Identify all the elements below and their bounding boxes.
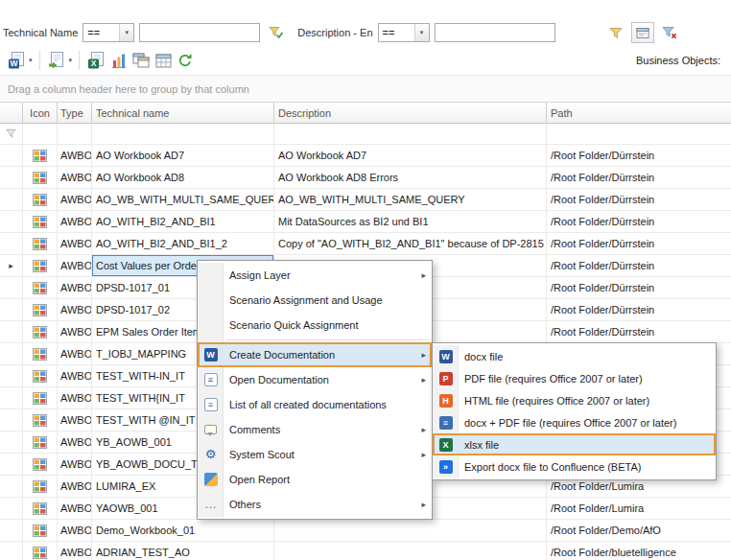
- technical-name-cell[interactable]: AO_WB_WITH_MULTI_SAME_QUERY: [92, 189, 274, 211]
- technical-name-cell[interactable]: AO Workbook AD7: [92, 145, 274, 167]
- menu-item-pdf-file-requires-office-2007-or-later[interactable]: PPDF file (requires Office 2007 or later…: [433, 367, 716, 389]
- open-documentation-button[interactable]: [45, 49, 69, 72]
- column-header-path[interactable]: Path: [547, 103, 731, 124]
- menu-item-system-scout[interactable]: ⚙System Scout▸: [198, 442, 432, 467]
- path-cell: /Root Folder/Lumira: [547, 498, 731, 520]
- table-view-icon: [155, 54, 172, 68]
- menu-item-docx-file[interactable]: Wdocx file: [433, 345, 716, 367]
- submenu-arrow-icon: ▸: [416, 375, 426, 385]
- filter-editor-icon: [636, 27, 649, 39]
- menu-item-label: xlsx file: [464, 439, 700, 451]
- menu-item-assign-layer[interactable]: Assign Layer▸: [198, 263, 432, 288]
- menu-item-scenario-quick-assignment[interactable]: Scenario Quick Assignment: [198, 313, 432, 338]
- export-excel-button[interactable]: X: [84, 49, 108, 72]
- filter-cell-path[interactable]: [547, 124, 731, 145]
- context-menu: Assign Layer▸Scenario Assignment and Usa…: [197, 260, 433, 520]
- xlsx-icon: X: [436, 438, 456, 452]
- type-cell: AWBO: [58, 233, 92, 255]
- menu-item-open-report[interactable]: Open Report: [198, 467, 432, 492]
- description-filter-input[interactable]: [435, 23, 555, 42]
- table-row-demo-workbook-01[interactable]: AWBODemo_Workbook_01/Root Folder/Demo/Af…: [0, 520, 731, 542]
- technical-name-filter-input[interactable]: [139, 23, 260, 42]
- group-by-bar[interactable]: Drag a column header here to group by th…: [0, 75, 731, 103]
- create-docx-button[interactable]: W: [5, 49, 29, 72]
- type-cell: AWBO: [58, 542, 92, 560]
- menu-item-docx-pdf-file-requires-office-2007-or-later[interactable]: ≡docx + PDF file (requires Office 2007 o…: [433, 411, 716, 433]
- type-cell: AWBO: [58, 520, 92, 542]
- menu-item-create-documentation[interactable]: WCreate Documentation▸: [198, 342, 432, 367]
- path-cell: /Root Folder/Dürrstein: [547, 145, 731, 167]
- awbo-workbook-icon: [23, 520, 58, 542]
- technical-name-cell[interactable]: Demo_Workbook_01: [92, 520, 274, 542]
- menu-item-open-documentation[interactable]: ≡Open Documentation▸: [198, 367, 432, 392]
- row-indicator: [0, 498, 23, 520]
- chevron-down-icon[interactable]: ▾: [29, 57, 33, 64]
- type-cell: AWBO: [58, 498, 92, 520]
- table-row-ao-wb-with-multi-same-query[interactable]: AWBOAO_WB_WITH_MULTI_SAME_QUERYAO_WB_WIT…: [0, 189, 731, 211]
- awbo-workbook-icon: [23, 343, 58, 365]
- menu-item-label: Scenario Assignment and Usage: [229, 294, 416, 306]
- table-row-ao-workbook-ad7[interactable]: AWBOAO Workbook AD7AO Workbook AD7/Root …: [0, 145, 731, 167]
- row-indicator: [0, 233, 23, 255]
- table-view-button[interactable]: [153, 49, 175, 72]
- description-cell: AO Workbook AD7: [274, 145, 547, 167]
- svg-text:W: W: [10, 58, 18, 68]
- table-row-ao-with-bi2-and-bi1[interactable]: AWBOAO_WITH_BI2_AND_BI1Mit DataSources a…: [0, 211, 731, 233]
- column-header-icon[interactable]: Icon: [23, 103, 58, 124]
- menu-item-label: docx + PDF file (requires Office 2007 or…: [464, 417, 700, 429]
- menu-item-label: Create Documentation: [229, 349, 416, 361]
- type-cell: AWBO: [58, 211, 92, 233]
- description-operator-select[interactable]: == ▾: [378, 23, 430, 42]
- column-header-description[interactable]: Description: [274, 103, 547, 124]
- filter-cell-type[interactable]: [58, 124, 92, 145]
- technical-name-cell[interactable]: AO Workbook AD8: [92, 167, 274, 189]
- awbo-workbook-icon: [23, 409, 58, 432]
- filter-cell-description[interactable]: [274, 124, 547, 145]
- awbo-workbook-icon: [23, 498, 58, 520]
- type-cell: AWBO: [58, 387, 92, 409]
- copy-list-button[interactable]: [130, 49, 153, 72]
- menu-item-scenario-assignment-and-usage[interactable]: Scenario Assignment and Usage: [198, 288, 432, 313]
- clear-filter-button[interactable]: [658, 22, 681, 43]
- menu-item-xlsx-file[interactable]: Xxlsx file: [433, 433, 716, 455]
- report-icon: [200, 473, 221, 486]
- docx-icon: W: [436, 350, 456, 363]
- refresh-button[interactable]: [175, 49, 196, 72]
- confluence-icon: »: [436, 460, 456, 474]
- column-header-type[interactable]: Type: [58, 103, 92, 124]
- table-row-ao-workbook-ad8[interactable]: AWBOAO Workbook AD8AO Workbook AD8 Error…: [0, 167, 731, 189]
- submenu-arrow-icon: ▸: [416, 350, 426, 360]
- filter-cell-technical-name[interactable]: [92, 124, 274, 145]
- toolbar: W ▾ ▾ X Business Objects:: [0, 46, 731, 75]
- awbo-workbook-icon: [23, 432, 58, 454]
- technical-name-cell[interactable]: AO_WITH_BI2_AND_BI1_2: [92, 233, 274, 255]
- column-header-technical-name[interactable]: Technical name: [92, 103, 274, 124]
- table-row-ao-with-bi2-and-bi1-2[interactable]: AWBOAO_WITH_BI2_AND_BI1_2Copy of "AO_WIT…: [0, 233, 731, 255]
- filter-button[interactable]: [604, 22, 627, 43]
- technical-name-operator-select[interactable]: == ▾: [83, 23, 134, 42]
- row-indicator: [0, 476, 23, 498]
- filter-editor-button[interactable]: [631, 22, 654, 43]
- table-row-adrian-test-ao[interactable]: AWBOADRIAN_TEST_AO/Root Folder/bluetelli…: [0, 542, 731, 560]
- row-indicator: [0, 343, 23, 365]
- menu-item-html-file-requires-office-2007-or-later[interactable]: HHTML file (requires Office 2007 or late…: [433, 389, 716, 411]
- filter-cell-icon[interactable]: [23, 124, 58, 145]
- technical-name-cell[interactable]: AO_WITH_BI2_AND_BI1: [92, 211, 274, 233]
- menu-item-export-docx-file-to-confluence-beta[interactable]: »Export docx file to Confluence (BETA): [433, 455, 716, 478]
- row-indicator: ▸: [0, 255, 23, 277]
- technical-name-cell[interactable]: ADRIAN_TEST_AO: [92, 542, 274, 560]
- menu-item-label: System Scout: [229, 449, 416, 460]
- type-cell: AWBO: [58, 189, 92, 211]
- menu-item-list-of-all-created-documentations[interactable]: ≡List of all created documentations: [198, 392, 432, 417]
- row-indicator: [0, 299, 23, 321]
- row-indicator: [0, 409, 23, 432]
- awbo-workbook-icon: [23, 299, 58, 321]
- chart-button[interactable]: [108, 49, 130, 72]
- menu-item-comments[interactable]: Comments▸: [198, 417, 432, 442]
- menu-item-others[interactable]: …Others▸: [198, 492, 432, 517]
- chevron-down-icon[interactable]: ▾: [69, 57, 73, 64]
- system-scout-icon: ⚙: [200, 448, 221, 461]
- row-indicator: [0, 167, 23, 189]
- awbo-workbook-icon: [23, 454, 58, 476]
- apply-filter-button[interactable]: [265, 22, 288, 43]
